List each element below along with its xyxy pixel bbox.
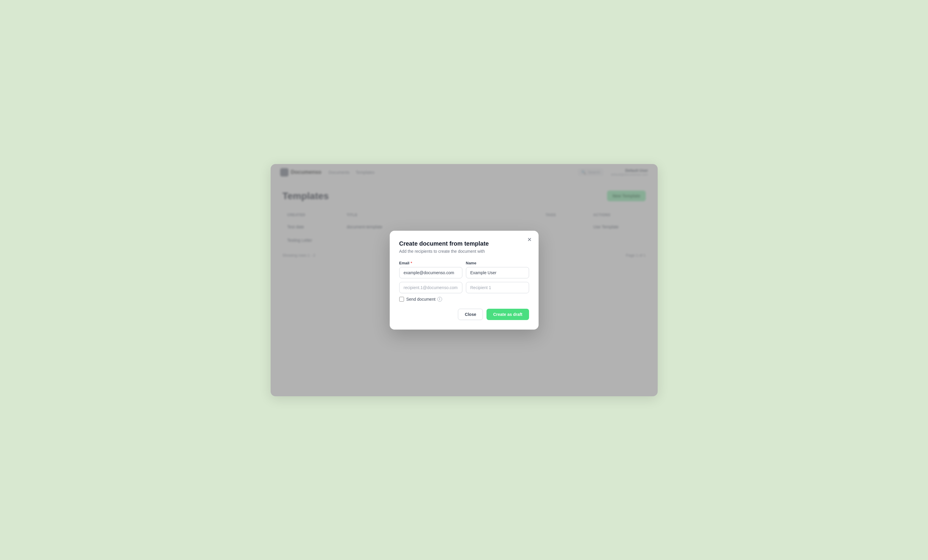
modal-overlay: ✕ Create document from template Add the … [271, 164, 658, 396]
modal-close-button[interactable]: ✕ [525, 235, 534, 244]
name-input-1[interactable] [466, 267, 529, 278]
email-input-1[interactable] [399, 267, 462, 278]
create-document-modal: ✕ Create document from template Add the … [390, 231, 539, 330]
close-button[interactable]: Close [458, 309, 483, 320]
info-icon: i [437, 297, 442, 302]
name-input-2[interactable] [466, 282, 529, 293]
send-document-checkbox[interactable] [399, 297, 404, 302]
name-label: Name [466, 261, 529, 265]
email-label: Email * [399, 261, 462, 265]
required-marker: * [411, 261, 412, 265]
create-draft-button[interactable]: Create as draft [487, 309, 529, 320]
email-input-2[interactable] [399, 282, 462, 293]
name-field-group: Name [466, 261, 529, 278]
email-field-group-2 [399, 282, 462, 293]
send-document-row: Send document i [399, 297, 529, 302]
modal-subtitle: Add the recipients to create the documen… [399, 249, 529, 254]
name-field-group-2 [466, 282, 529, 293]
modal-title: Create document from template [399, 240, 529, 247]
send-document-label: Send document i [406, 297, 442, 302]
modal-footer: Close Create as draft [399, 309, 529, 320]
email-field-group: Email * [399, 261, 462, 278]
